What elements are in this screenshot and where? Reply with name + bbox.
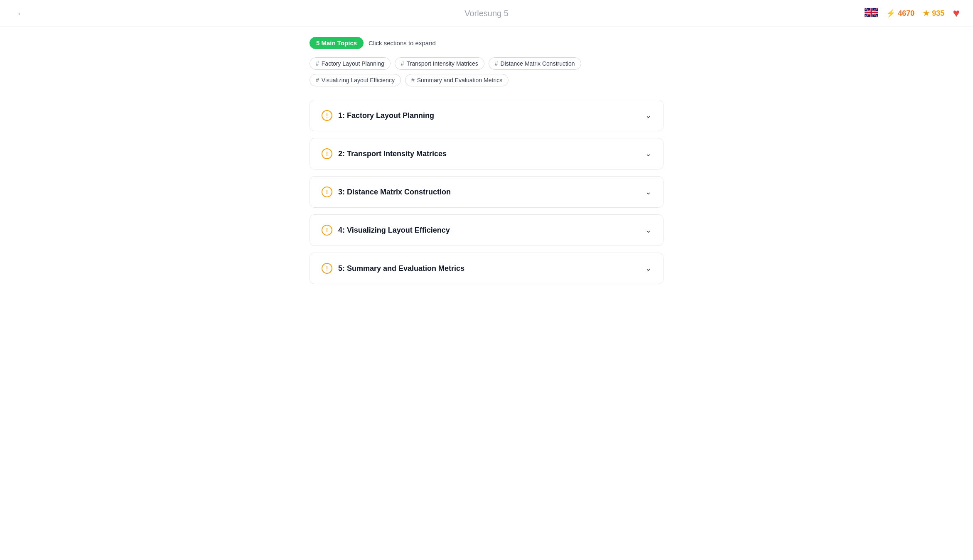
lightning-icon: ⚡ [886,9,895,18]
tag-summary-evaluation[interactable]: #Summary and Evaluation Metrics [405,74,509,86]
section-left: ! 5: Summary and Evaluation Metrics [322,263,464,274]
section-left: ! 2: Transport Intensity Matrices [322,148,447,159]
hash-icon: # [316,77,319,84]
tag-label: Distance Matrix Construction [501,60,575,67]
language-flag-icon[interactable] [865,7,878,20]
section-1[interactable]: ! 1: Factory Layout Planning ⌄ [310,100,663,131]
section-warning-icon: ! [322,110,332,121]
section-title: 2: Transport Intensity Matrices [338,150,447,158]
hash-icon: # [411,77,415,84]
chevron-down-icon: ⌄ [645,187,651,196]
heart-icon[interactable]: ♥ [953,7,960,20]
section-title: 4: Visualizing Layout Efficiency [338,226,450,235]
section-2[interactable]: ! 2: Transport Intensity Matrices ⌄ [310,138,663,169]
header-stats: ⚡ 4670 ★ 935 ♥ [865,7,960,20]
tag-distance-matrix[interactable]: #Distance Matrix Construction [489,57,581,70]
lightning-stat: ⚡ 4670 [886,9,914,18]
sections-list: ! 1: Factory Layout Planning ⌄ ! 2: Tran… [310,100,663,284]
main-content: 5 Main Topics Click sections to expand #… [300,27,673,294]
star-value: 935 [932,9,944,18]
tag-visualizing-layout[interactable]: #Visualizing Layout Efficiency [310,74,401,86]
chevron-down-icon: ⌄ [645,264,651,273]
tag-label: Factory Layout Planning [322,60,384,67]
tag-label: Transport Intensity Matrices [407,60,478,67]
hash-icon: # [495,60,498,67]
chevron-down-icon: ⌄ [645,111,651,120]
chevron-down-icon: ⌄ [645,226,651,235]
topics-tags: #Factory Layout Planning#Transport Inten… [310,57,663,86]
lightning-value: 4670 [898,9,914,18]
section-warning-icon: ! [322,148,332,159]
section-left: ! 4: Visualizing Layout Efficiency [322,225,450,236]
topics-hint: Click sections to expand [369,39,436,47]
star-stat: ★ 935 [923,9,944,18]
topics-badge: 5 Main Topics [310,37,364,49]
section-title: 3: Distance Matrix Construction [338,188,451,196]
section-5[interactable]: ! 5: Summary and Evaluation Metrics ⌄ [310,253,663,284]
section-warning-icon: ! [322,187,332,197]
hash-icon: # [401,60,404,67]
tag-transport-intensity[interactable]: #Transport Intensity Matrices [395,57,484,70]
section-3[interactable]: ! 3: Distance Matrix Construction ⌄ [310,176,663,208]
topics-header: 5 Main Topics Click sections to expand [310,37,663,49]
chevron-down-icon: ⌄ [645,149,651,158]
tag-label: Summary and Evaluation Metrics [417,77,502,84]
section-title: 5: Summary and Evaluation Metrics [338,264,464,273]
section-left: ! 1: Factory Layout Planning [322,110,434,121]
section-left: ! 3: Distance Matrix Construction [322,187,451,197]
back-button[interactable]: ← [13,7,28,20]
section-warning-icon: ! [322,225,332,236]
section-title: 1: Factory Layout Planning [338,111,434,120]
section-warning-icon: ! [322,263,332,274]
page-title: Vorlesung 5 [464,9,509,18]
section-4[interactable]: ! 4: Visualizing Layout Efficiency ⌄ [310,214,663,246]
tag-label: Visualizing Layout Efficiency [322,77,395,84]
tag-factory-layout[interactable]: #Factory Layout Planning [310,57,391,70]
star-icon: ★ [923,9,929,18]
header: ← Vorlesung 5 ⚡ 4670 ★ 935 ♥ [0,0,973,27]
hash-icon: # [316,60,319,67]
